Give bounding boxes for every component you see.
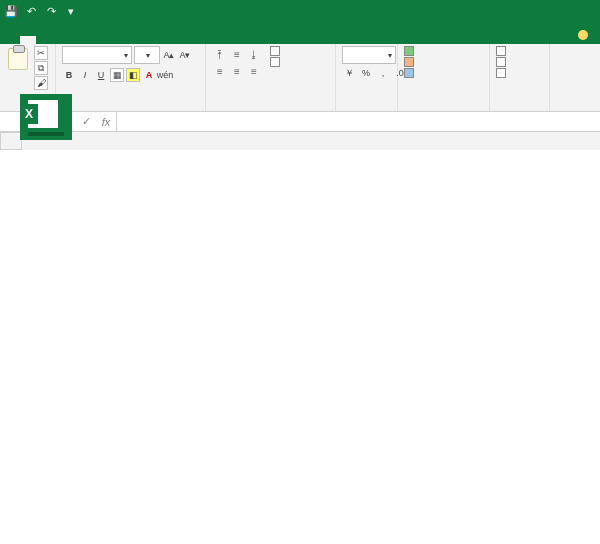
tab-formulas[interactable] — [68, 36, 84, 44]
group-styles — [398, 44, 490, 111]
bulb-icon — [578, 30, 588, 40]
group-cells-label — [496, 107, 543, 109]
group-align-label — [212, 107, 329, 109]
tab-review[interactable] — [100, 36, 116, 44]
tab-insert[interactable] — [36, 36, 52, 44]
merge-center-button[interactable] — [270, 57, 283, 67]
group-number: ▾ ￥ % , .0 — [336, 44, 398, 111]
cut-icon[interactable]: ✂ — [34, 46, 48, 60]
cell-style-icon — [404, 68, 414, 78]
font-color-button[interactable]: A — [142, 68, 156, 82]
group-cells — [490, 44, 550, 111]
logo-badge: X — [20, 94, 72, 140]
comma-icon[interactable]: , — [376, 66, 390, 80]
bold-button[interactable]: B — [62, 68, 76, 82]
align-top[interactable]: ⭱ — [212, 46, 228, 62]
align-left[interactable]: ≡ — [212, 63, 228, 79]
tab-powerpivot[interactable] — [180, 36, 196, 44]
formula-input[interactable] — [117, 112, 600, 131]
accept-formula-icon[interactable]: ✓ — [76, 115, 96, 128]
insert-icon — [496, 46, 506, 56]
format-as-table-button[interactable] — [404, 57, 417, 67]
font-size-combo[interactable]: ▾ — [134, 46, 160, 64]
cell-styles-button[interactable] — [404, 68, 417, 78]
tab-data[interactable] — [84, 36, 100, 44]
cond-format-icon — [404, 46, 414, 56]
delete-cells-button[interactable] — [496, 57, 509, 67]
format-painter-icon[interactable]: 🖌 — [34, 76, 48, 90]
tab-help[interactable] — [148, 36, 164, 44]
ribbon: ✂ ⧉ 🖌 ▾ ▾ A▴ A▾ B I U ▦ ◧ A wén — [0, 44, 600, 112]
underline-button[interactable]: U — [94, 68, 108, 82]
copy-icon[interactable]: ⧉ — [34, 61, 48, 75]
format-icon — [496, 68, 506, 78]
worksheet: X — [0, 132, 600, 150]
paste-button[interactable] — [6, 46, 30, 73]
currency-icon[interactable]: ￥ — [342, 66, 356, 80]
border-button[interactable]: ▦ — [110, 68, 124, 82]
table-format-icon — [404, 57, 414, 67]
tab-developer[interactable] — [132, 36, 148, 44]
redo-icon[interactable]: ↷ — [44, 4, 58, 18]
column-headers — [0, 132, 600, 150]
wrap-icon — [270, 46, 280, 56]
conditional-format-button[interactable] — [404, 46, 417, 56]
group-font-label — [62, 107, 199, 109]
phonetic-button[interactable]: wén — [158, 68, 172, 82]
save-icon[interactable]: 💾 — [4, 4, 18, 18]
percent-icon[interactable]: % — [359, 66, 373, 80]
insert-cells-button[interactable] — [496, 46, 509, 56]
merge-icon — [270, 57, 280, 67]
group-font: ▾ ▾ A▴ A▾ B I U ▦ ◧ A wén — [56, 44, 206, 111]
format-cells-button[interactable] — [496, 68, 509, 78]
group-number-label — [342, 107, 391, 109]
align-center[interactable]: ≡ — [229, 63, 245, 79]
undo-icon[interactable]: ↶ — [24, 4, 38, 18]
tab-view[interactable] — [116, 36, 132, 44]
title-bar: 💾 ↶ ↷ ▾ — [0, 0, 600, 22]
number-format-combo[interactable]: ▾ — [342, 46, 396, 64]
tab-file[interactable] — [4, 36, 20, 44]
formula-bar: ▾ ✕ ✓ fx — [0, 112, 600, 132]
quick-access-toolbar: 💾 ↶ ↷ ▾ — [4, 4, 78, 18]
alignment-grid: ⭱ ≡ ⭳ ≡ ≡ ≡ — [212, 46, 262, 79]
group-styles-label — [404, 107, 483, 109]
increase-font-icon[interactable]: A▴ — [162, 48, 176, 62]
badge-bar — [28, 132, 64, 136]
qat-more-icon[interactable]: ▾ — [64, 4, 78, 18]
italic-button[interactable]: I — [78, 68, 92, 82]
tab-layout[interactable] — [52, 36, 68, 44]
group-alignment: ⭱ ≡ ⭳ ≡ ≡ ≡ — [206, 44, 336, 111]
tab-home[interactable] — [20, 36, 36, 44]
ribbon-tabs — [0, 22, 600, 44]
delete-icon — [496, 57, 506, 67]
font-name-combo[interactable]: ▾ — [62, 46, 132, 64]
fill-color-button[interactable]: ◧ — [126, 68, 140, 82]
fx-icon[interactable]: fx — [96, 116, 116, 128]
align-right[interactable]: ≡ — [246, 63, 262, 79]
excel-logo-icon: X — [28, 100, 58, 128]
align-middle[interactable]: ≡ — [229, 46, 245, 62]
tab-pdf[interactable] — [164, 36, 180, 44]
clipboard-icon — [8, 48, 28, 70]
select-all-corner[interactable] — [0, 132, 22, 150]
align-bottom[interactable]: ⭳ — [246, 46, 262, 62]
tell-me-search[interactable] — [570, 26, 600, 44]
decrease-font-icon[interactable]: A▾ — [178, 48, 192, 62]
wrap-text-button[interactable] — [270, 46, 283, 56]
